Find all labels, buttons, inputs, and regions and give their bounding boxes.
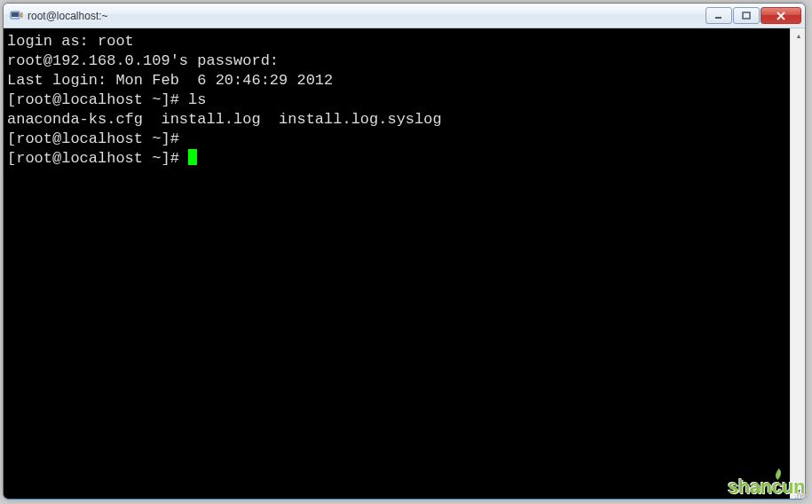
- terminal-window: root@localhost:~ login as: root root@192…: [3, 3, 806, 500]
- watermark-sub: .net: [794, 491, 808, 500]
- minimize-button[interactable]: [706, 7, 732, 24]
- terminal-output[interactable]: login as: root root@192.168.0.109's pass…: [4, 28, 790, 499]
- terminal-cursor: [188, 149, 197, 165]
- close-button[interactable]: [761, 7, 801, 24]
- client-area: login as: root root@192.168.0.109's pass…: [4, 28, 805, 499]
- scroll-up-button[interactable]: ▴: [791, 28, 806, 43]
- watermark: shancun .net: [728, 476, 805, 499]
- scrollbar[interactable]: ▴ ▾: [790, 28, 805, 499]
- maximize-button[interactable]: [733, 7, 760, 24]
- putty-icon: [9, 9, 23, 23]
- window-title: root@localhost:~: [28, 10, 705, 22]
- svg-rect-3: [743, 12, 750, 19]
- titlebar[interactable]: root@localhost:~: [4, 4, 805, 28]
- window-controls: [705, 7, 801, 24]
- svg-rect-1: [12, 12, 19, 17]
